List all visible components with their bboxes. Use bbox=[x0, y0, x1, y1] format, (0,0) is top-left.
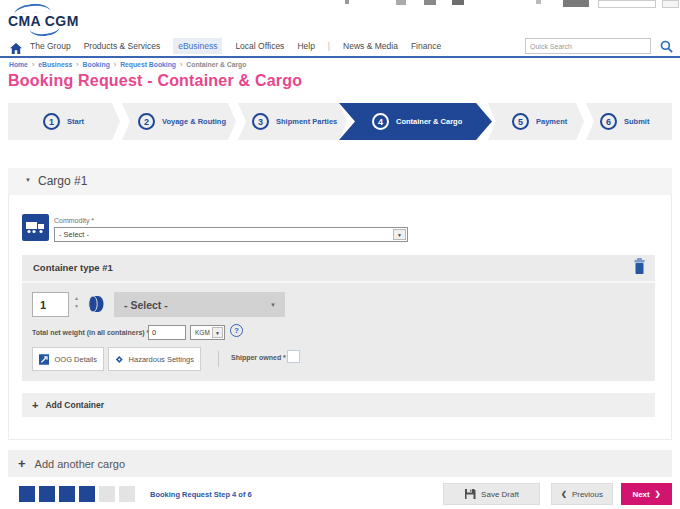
collapse-icon: ▼ bbox=[25, 177, 31, 183]
breadcrumb-home[interactable]: Home bbox=[9, 61, 28, 68]
step-payment[interactable]: 5 Payment bbox=[512, 103, 567, 140]
breadcrumb-separator: › bbox=[32, 61, 34, 68]
plus-icon: + bbox=[18, 456, 26, 471]
stepper-down-icon[interactable]: ▼ bbox=[74, 304, 79, 309]
progress-square-filled bbox=[79, 486, 95, 502]
previous-button[interactable]: ❮ Previous bbox=[551, 483, 613, 505]
step-chevron-separator bbox=[228, 103, 246, 140]
breadcrumb-separator: › bbox=[114, 61, 116, 68]
delete-container-icon[interactable] bbox=[633, 258, 646, 279]
save-icon bbox=[464, 488, 476, 500]
step-label: Voyage & Routing bbox=[162, 117, 226, 126]
step-label: Submit bbox=[624, 117, 649, 126]
weight-help-icon[interactable]: ? bbox=[230, 324, 243, 337]
stepper-up-icon[interactable]: ▲ bbox=[74, 296, 79, 301]
step-label: Start bbox=[67, 117, 84, 126]
page-title: Booking Request - Container & Cargo bbox=[8, 72, 302, 90]
weight-unit-select[interactable]: KGM ▼ bbox=[190, 325, 225, 340]
add-another-cargo-label: Add another cargo bbox=[35, 458, 126, 470]
search-icon[interactable] bbox=[660, 39, 673, 57]
oog-details-label: OOG Details bbox=[54, 355, 97, 364]
step-label: Container & Cargo bbox=[396, 117, 462, 126]
topbar-fragment bbox=[563, 0, 589, 7]
progress-square-filled bbox=[59, 486, 75, 502]
previous-label: Previous bbox=[572, 490, 603, 499]
save-draft-button[interactable]: Save Draft bbox=[443, 483, 540, 505]
step-number: 6 bbox=[600, 113, 617, 130]
step-wizard: 1 Start 2 Voyage & Routing 3 Shipment Pa… bbox=[8, 103, 672, 140]
nav-item-ebusiness[interactable]: eBusiness bbox=[173, 38, 222, 54]
breadcrumb-booking[interactable]: Booking bbox=[83, 61, 110, 68]
next-label: Next bbox=[632, 490, 649, 499]
cargo-section-header[interactable] bbox=[8, 168, 672, 195]
container-type-select[interactable]: - Select - ▼ bbox=[114, 292, 285, 317]
step-number: 3 bbox=[252, 113, 269, 130]
breadcrumb-ebusiness[interactable]: eBusiness bbox=[38, 61, 72, 68]
hazardous-icon bbox=[115, 353, 124, 366]
nav-item-the-group[interactable]: The Group bbox=[30, 41, 71, 51]
step-start[interactable]: 1 Start bbox=[43, 103, 84, 140]
breadcrumb-request-booking[interactable]: Request Booking bbox=[120, 61, 176, 68]
net-weight-label: Total net weight (in all containers) * bbox=[32, 329, 149, 336]
net-weight-input[interactable] bbox=[148, 325, 186, 340]
step-submit[interactable]: 6 Submit bbox=[600, 103, 649, 140]
nav-item-news-media[interactable]: News & Media bbox=[343, 41, 398, 51]
button-row-separator bbox=[218, 351, 219, 367]
progress-square-filled bbox=[39, 486, 55, 502]
commodity-select-value: - Select - bbox=[55, 228, 407, 241]
commodity-truck-icon bbox=[22, 214, 49, 241]
hazardous-settings-button[interactable]: Hazardous Settings bbox=[108, 347, 201, 371]
save-draft-label: Save Draft bbox=[481, 490, 519, 499]
container-quantity-input[interactable] bbox=[32, 292, 69, 317]
nav-separator: | bbox=[328, 41, 330, 51]
container-icon bbox=[88, 295, 104, 317]
add-container-button[interactable]: + Add Container bbox=[22, 393, 655, 417]
chevron-left-icon: ❮ bbox=[561, 490, 567, 498]
topbar-fragment bbox=[452, 0, 464, 5]
progress-text: Booking Request Step 4 of 6 bbox=[150, 490, 252, 499]
topbar-fragment bbox=[536, 0, 541, 4]
oog-icon bbox=[39, 354, 49, 365]
step-label: Shipment Parties bbox=[276, 117, 337, 126]
chevron-right-icon: ❯ bbox=[655, 490, 661, 498]
shipper-owned-checkbox[interactable] bbox=[287, 350, 300, 363]
breadcrumb-separator: › bbox=[180, 61, 182, 68]
topbar-fragment bbox=[598, 0, 656, 8]
container-box-divider bbox=[22, 281, 655, 283]
next-button[interactable]: Next ❯ bbox=[621, 483, 672, 505]
step-chevron-separator bbox=[112, 103, 130, 140]
step-chevron-separator bbox=[576, 103, 594, 140]
breadcrumb-separator: › bbox=[76, 61, 78, 68]
nav-item-help[interactable]: Help bbox=[297, 41, 314, 51]
hazardous-settings-label: Hazardous Settings bbox=[129, 355, 194, 364]
topbar-fragment bbox=[424, 0, 436, 5]
nav-item-finance[interactable]: Finance bbox=[411, 41, 441, 51]
nav-item-local-offices[interactable]: Local Offices bbox=[235, 41, 284, 51]
dropdown-arrow-icon: ▼ bbox=[270, 302, 276, 308]
commodity-select[interactable]: - Select - ▼ bbox=[54, 227, 408, 242]
main-nav: The Group Products & Services eBusiness … bbox=[30, 37, 441, 55]
commodity-label: Commodity * bbox=[54, 217, 94, 224]
step-number: 1 bbox=[43, 113, 60, 130]
topbar-fragment bbox=[345, 0, 349, 4]
dropdown-arrow-icon: ▼ bbox=[393, 229, 406, 240]
plus-icon: + bbox=[32, 399, 38, 411]
quick-search-input[interactable] bbox=[525, 38, 651, 54]
topbar-fragment bbox=[662, 0, 679, 8]
progress-square-filled bbox=[19, 486, 35, 502]
step-container-cargo[interactable]: 4 Container & Cargo bbox=[372, 103, 462, 140]
topbar-fragment bbox=[396, 0, 406, 5]
add-another-cargo-button[interactable]: + Add another cargo bbox=[8, 450, 672, 477]
container-type-select-value: - Select - bbox=[114, 299, 168, 311]
nav-item-products-services[interactable]: Products & Services bbox=[84, 41, 161, 51]
step-shipment-parties[interactable]: 3 Shipment Parties bbox=[252, 103, 337, 140]
progress-square-empty bbox=[119, 486, 135, 502]
oog-details-button[interactable]: OOG Details bbox=[32, 347, 104, 371]
step-voyage-routing[interactable]: 2 Voyage & Routing bbox=[138, 103, 226, 140]
step-number: 2 bbox=[138, 113, 155, 130]
container-type-title: Container type #1 bbox=[33, 262, 113, 273]
shipper-owned-label: Shipper owned * bbox=[231, 354, 286, 361]
add-container-label: Add Container bbox=[45, 400, 104, 410]
cargo-title: Cargo #1 bbox=[38, 174, 87, 188]
logo-text: CMA CGM bbox=[8, 13, 79, 29]
